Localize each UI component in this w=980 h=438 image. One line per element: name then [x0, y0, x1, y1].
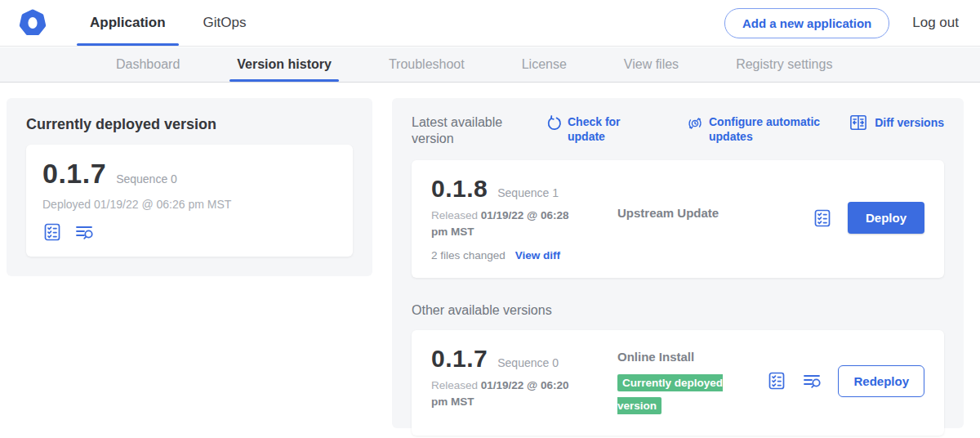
subnav-item-registry-settings[interactable]: Registry settings: [736, 47, 832, 82]
deploy-logs-icon[interactable]: [802, 371, 822, 391]
other-sequence-label: Sequence 0: [497, 356, 559, 369]
logout-link[interactable]: Log out: [912, 15, 959, 31]
other-source-column: Online Install Currently deployed versio…: [617, 345, 767, 418]
configure-automatic-updates-button[interactable]: Configure automatic updates: [687, 114, 833, 144]
latest-released-timestamp: Released 01/19/22 @ 06:28 pm MST: [431, 208, 588, 241]
latest-sequence-label: Sequence 1: [497, 186, 559, 199]
top-bar: Application GitOps Add a new application…: [0, 0, 980, 47]
view-diff-link[interactable]: View diff: [515, 249, 560, 261]
subnav-item-license[interactable]: License: [522, 47, 567, 82]
deploy-button[interactable]: Deploy: [848, 202, 924, 234]
auto-update-clock-icon: [687, 115, 703, 132]
latest-version-card: 0.1.8 Sequence 1 Released 01/19/22 @ 06:…: [412, 160, 944, 278]
latest-version-info: 0.1.8 Sequence 1 Released 01/19/22 @ 06:…: [431, 175, 617, 261]
tab-application[interactable]: Application: [80, 0, 176, 46]
check-for-update-button[interactable]: Check for update: [546, 114, 625, 144]
check-for-update-label: Check for update: [568, 114, 625, 144]
other-version-info: 0.1.7 Sequence 0 Released 01/19/22 @ 06:…: [431, 345, 617, 418]
latest-version-number: 0.1.8: [431, 175, 488, 203]
currently-deployed-panel: Currently deployed version 0.1.7 Sequenc…: [7, 98, 372, 276]
latest-available-title: Latest available version: [412, 114, 516, 147]
preflight-checklist-icon[interactable]: [813, 208, 832, 228]
configure-automatic-updates-label: Configure automatic updates: [709, 114, 833, 144]
subnav-item-dashboard[interactable]: Dashboard: [116, 47, 180, 82]
currently-deployed-badge: Currently deployed version: [617, 374, 723, 415]
deployed-sequence-label: Sequence 0: [116, 172, 177, 185]
preflight-checklist-icon[interactable]: [42, 222, 62, 242]
diff-versions-label: Diff versions: [875, 115, 944, 130]
other-source-label: Online Install: [617, 350, 767, 364]
deployed-version-card: 0.1.7 Sequence 0 Deployed 01/19/22 @ 06:…: [26, 145, 353, 257]
tab-gitops[interactable]: GitOps: [194, 0, 256, 46]
deployed-version-number: 0.1.7: [42, 158, 106, 190]
latest-source-label: Upstream Update: [617, 206, 813, 220]
app-subnav: Dashboard Version history Troubleshoot L…: [0, 47, 980, 83]
files-changed-label: 2 files changed: [431, 249, 506, 261]
latest-card-actions: Deploy: [813, 202, 924, 234]
latest-available-panel: Latest available version Check for updat…: [392, 98, 964, 428]
preflight-checklist-icon[interactable]: [767, 371, 786, 391]
top-tabs: Application GitOps: [80, 0, 274, 46]
subnav-item-version-history[interactable]: Version history: [237, 47, 332, 82]
deployed-timestamp: Deployed 01/19/22 @ 06:26 pm MST: [42, 198, 336, 211]
diff-versions-button[interactable]: Diff versions: [849, 114, 944, 131]
latest-source-column: Upstream Update: [617, 175, 813, 261]
deploy-logs-icon[interactable]: [74, 222, 95, 242]
subnav-item-troubleshoot[interactable]: Troubleshoot: [389, 47, 465, 82]
other-available-versions-title: Other available versions: [412, 302, 944, 319]
other-released-timestamp: Released 01/19/22 @ 06:20 pm MST: [431, 378, 588, 411]
subnav-item-view-files[interactable]: View files: [624, 47, 679, 82]
deployed-version-row: 0.1.7 Sequence 0: [42, 158, 336, 190]
diff-icon: [849, 114, 867, 131]
topbar-right: Add a new application Log out: [724, 8, 959, 38]
redeploy-button[interactable]: Redeploy: [838, 365, 924, 397]
other-card-actions: Redeploy: [767, 365, 924, 397]
other-version-card: 0.1.7 Sequence 0 Released 01/19/22 @ 06:…: [412, 330, 944, 436]
app-logo-icon: [18, 8, 47, 38]
refresh-icon: [546, 115, 562, 132]
deployed-actions: [42, 222, 336, 242]
other-version-number: 0.1.7: [431, 345, 488, 373]
latest-header: Latest available version Check for updat…: [412, 114, 944, 147]
add-application-button[interactable]: Add a new application: [724, 8, 889, 38]
currently-deployed-title: Currently deployed version: [26, 116, 353, 133]
